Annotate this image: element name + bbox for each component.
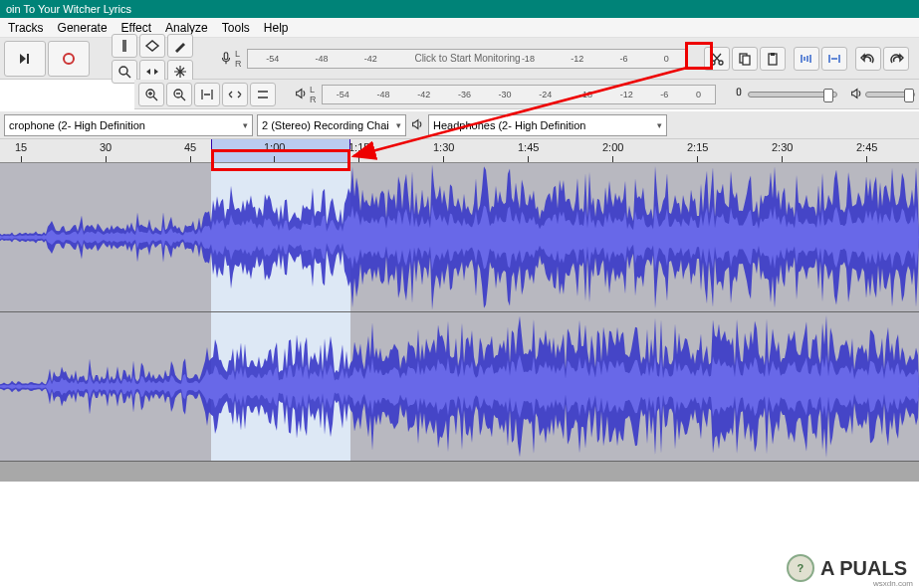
- fit-project-button[interactable]: [222, 83, 248, 106]
- svg-point-1: [119, 67, 127, 75]
- meter-l-label: L: [235, 49, 245, 59]
- envelope-tool-button[interactable]: [139, 34, 165, 58]
- redo-button[interactable]: [883, 47, 909, 71]
- menu-tools[interactable]: Tools: [222, 21, 250, 35]
- copy-button[interactable]: [732, 47, 758, 71]
- meter-click-text: Click to Start Monitoring: [414, 53, 520, 64]
- credit-text: wsxdn.com: [871, 579, 915, 588]
- svg-rect-5: [743, 56, 750, 65]
- play-meter-r: R: [310, 95, 320, 104]
- toolbar-row-1: L R -54 -48 -42 -18 -12 -6 0 Click to St…: [0, 38, 919, 80]
- silence-button[interactable]: [821, 47, 847, 71]
- selection-tool-button[interactable]: [112, 34, 137, 58]
- svg-point-0: [64, 54, 74, 64]
- play-meter-l: L: [310, 85, 320, 95]
- trim-button[interactable]: [794, 47, 819, 71]
- track-area: [0, 163, 919, 482]
- skip-end-button[interactable]: [4, 41, 46, 77]
- device-bar: crophone (2- High Definition▾ 2 (Stereo)…: [0, 111, 919, 139]
- input-device-select[interactable]: crophone (2- High Definition▾: [4, 114, 253, 136]
- annotation-selection-highlight: [211, 149, 350, 171]
- mic-vol-icon: [732, 87, 746, 102]
- timeline-ruler[interactable]: 1530451:001:151:301:452:002:152:302:45: [0, 139, 919, 163]
- playback-volume-slider[interactable]: [865, 92, 915, 98]
- speaker-device-icon: [410, 117, 424, 133]
- toolbar-row-2: L R -54 -48 -42 -36 -30 -24 -18 -12 -6 0: [134, 80, 919, 109]
- annotation-cut-highlight: [685, 42, 713, 70]
- title-bar: oin To Your Witcher Lyrics: [0, 0, 919, 18]
- output-device-select[interactable]: Headphones (2- High Definition▾: [428, 114, 667, 136]
- logo-icon: ?: [787, 554, 814, 582]
- speaker-vol-icon: [849, 87, 863, 102]
- window-title: oin To Your Witcher Lyrics: [6, 3, 131, 15]
- watermark-text: A PUALS: [820, 557, 907, 580]
- channels-select[interactable]: 2 (Stereo) Recording Chai▾: [257, 114, 406, 136]
- waveform-channel-1[interactable]: [0, 163, 919, 312]
- fit-selection-button[interactable]: [194, 83, 220, 106]
- playback-meter[interactable]: -54 -48 -42 -36 -30 -24 -18 -12 -6 0: [322, 85, 716, 104]
- meter-r-label: R: [235, 59, 245, 69]
- menu-analyze[interactable]: Analyze: [165, 21, 208, 35]
- recording-meter[interactable]: -54 -48 -42 -18 -12 -6 0 Click to Start …: [247, 49, 688, 69]
- menu-generate[interactable]: Generate: [58, 21, 108, 35]
- zoom-out-button[interactable]: [166, 83, 192, 106]
- undo-button[interactable]: [855, 47, 881, 71]
- svg-rect-7: [771, 53, 775, 56]
- zoom-toggle-button[interactable]: [250, 83, 276, 106]
- speaker-icon: [294, 87, 308, 102]
- recording-volume-slider[interactable]: [748, 92, 837, 98]
- zoom-in-button[interactable]: [138, 83, 164, 106]
- record-button[interactable]: [48, 41, 90, 77]
- menu-help[interactable]: Help: [264, 21, 289, 35]
- draw-tool-button[interactable]: [167, 34, 193, 58]
- watermark: ? A PUALS: [787, 554, 907, 582]
- waveform-channel-2[interactable]: [0, 312, 919, 462]
- menu-tracks[interactable]: Tracks: [8, 21, 44, 35]
- mic-icon: [219, 51, 233, 67]
- menu-effect[interactable]: Effect: [121, 21, 151, 35]
- paste-button[interactable]: [760, 47, 786, 71]
